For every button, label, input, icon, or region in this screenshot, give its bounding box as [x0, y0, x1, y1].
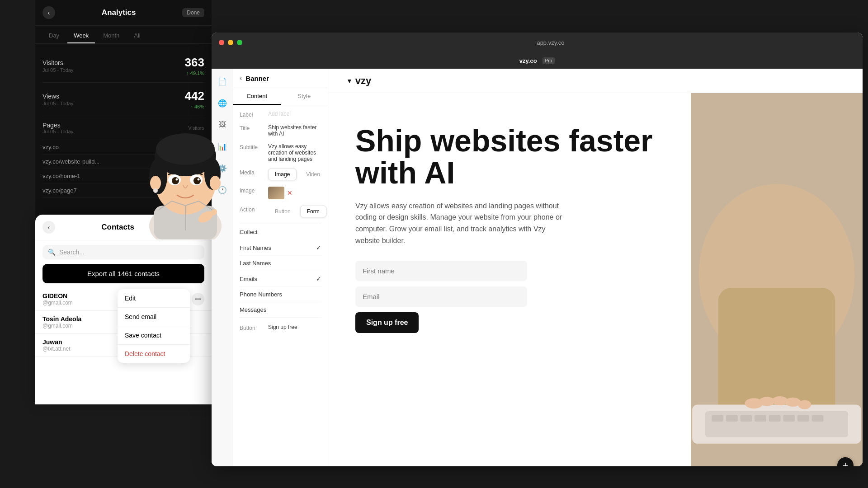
maximize-dot[interactable] [237, 40, 242, 45]
browser-url-bar[interactable]: app.vzy.co [246, 39, 855, 46]
pages-label: Pages [42, 122, 73, 129]
collect-messages[interactable]: Messages [240, 302, 321, 318]
tab-all[interactable]: All [127, 29, 146, 43]
panel-header: ‹ Banner [233, 69, 328, 88]
video-button[interactable]: Video [299, 169, 326, 180]
contacts-search[interactable]: 🔍 Search... [42, 245, 204, 259]
svg-rect-27 [755, 415, 766, 422]
hero-email-input[interactable] [355, 286, 527, 307]
collect-first-names-check[interactable]: ✓ [316, 244, 321, 251]
label-field-row: Label Add label [240, 111, 321, 118]
page-icon-button[interactable]: 📄 [215, 74, 230, 89]
context-menu-save-contact[interactable]: Save contact [118, 326, 190, 345]
browser-window: app.vzy.co vzy.co Pro 📄 🌐 🖼 📊 ⚙️ 🕐 ‹ Ban… [212, 33, 863, 466]
svg-point-13 [172, 177, 179, 184]
tab-style[interactable]: Style [281, 88, 328, 105]
panel-back-button[interactable]: ‹ [240, 74, 242, 82]
contact-name-3: Juwan [42, 338, 71, 346]
collect-phone-numbers[interactable]: Phone Numbers [240, 287, 321, 302]
subtitle-field-value[interactable]: Vzy allows easy creation of websites and… [268, 143, 321, 162]
tab-month[interactable]: Month [97, 29, 126, 43]
hero-subtitle: Vzy allows easy creation of websites and… [355, 200, 563, 246]
button-field-label: Button [240, 324, 264, 331]
tab-day[interactable]: Day [42, 29, 66, 43]
collect-emails-label: Emails [240, 276, 257, 282]
contact-email-3: @txt.att.net [42, 346, 71, 352]
svg-rect-24 [712, 415, 723, 422]
collect-label: Collect [240, 229, 321, 235]
collect-last-names[interactable]: Last Names [240, 256, 321, 271]
collect-first-names[interactable]: First Names ✓ [240, 240, 321, 256]
hero-first-name-input[interactable] [355, 261, 527, 281]
search-icon: 🔍 [48, 249, 56, 256]
pages-date: Jul 05 - Today [42, 129, 73, 134]
browser-inner: 📄 🌐 🖼 📊 ⚙️ 🕐 ‹ Banner Content Style Labe… [212, 69, 863, 466]
title-field-label: Title [240, 124, 264, 131]
context-menu-delete-contact[interactable]: Delete contact [118, 345, 190, 363]
analytics-done-badge[interactable]: Done [182, 8, 204, 17]
contact-name-1: GIDEON [42, 292, 73, 300]
contacts-back-button[interactable]: ‹ [42, 221, 55, 234]
image-thumbnail[interactable] [268, 187, 284, 199]
analytics-title: Analytics [102, 8, 136, 17]
contact-menu-button-1[interactable]: ··· [192, 293, 204, 305]
title-field-value[interactable]: Ship websites faster with AI [268, 124, 321, 137]
contact-context-menu: Edit Send email Save contact Delete cont… [118, 289, 190, 363]
image-preview: ✕ [268, 187, 292, 199]
button-action-btn[interactable]: Button [268, 206, 297, 217]
views-value: 442 [185, 89, 204, 103]
svg-rect-29 [783, 415, 795, 422]
svg-point-34 [772, 396, 788, 405]
media-buttons: Image Video [268, 169, 327, 180]
svg-point-15 [176, 178, 178, 181]
hero-content: Ship websites faster with AI Vzy allows … [328, 93, 691, 466]
context-menu-send-email[interactable]: Send email [118, 308, 190, 326]
collect-section: Collect First Names ✓ Last Names Emails … [240, 224, 321, 318]
logo-text: vzy [355, 75, 371, 87]
context-menu-edit[interactable]: Edit [118, 289, 190, 308]
analytics-header: ‹ Analytics Done [35, 0, 212, 26]
collect-emails[interactable]: Emails ✓ [240, 271, 321, 287]
subtitle-field-row: Subtitle Vzy allows easy creation of web… [240, 143, 321, 162]
action-field-row: Action Button Form [240, 206, 321, 217]
label-placeholder[interactable]: Add label [268, 111, 291, 117]
memoji-avatar [140, 122, 231, 239]
website-nav: ▼ vzy [328, 69, 863, 93]
tab-week[interactable]: Week [67, 29, 95, 43]
form-action-btn[interactable]: Form [300, 206, 326, 217]
svg-point-16 [198, 178, 200, 181]
image-button[interactable]: Image [268, 169, 297, 180]
button-field-value[interactable]: Sign up free [268, 324, 321, 330]
contact-name-2: Tosin Adeola [42, 315, 81, 323]
title-field-row: Title Ship websites faster with AI [240, 124, 321, 137]
contact-email-1: @gmail.com [42, 300, 73, 306]
media-field-label: Media [240, 169, 264, 176]
action-field-label: Action [240, 206, 264, 213]
preview-area: ▼ vzy Ship websites faster with AI Vzy a… [328, 69, 863, 466]
minimize-dot[interactable] [228, 40, 233, 45]
svg-rect-25 [726, 415, 738, 422]
website-preview: ▼ vzy Ship websites faster with AI Vzy a… [328, 69, 863, 466]
svg-point-14 [193, 177, 201, 184]
image-remove-button[interactable]: ✕ [287, 189, 292, 197]
views-change: ↑ 46% [185, 104, 204, 109]
vzy-site-name: vzy.co [519, 57, 537, 64]
close-dot[interactable] [219, 40, 224, 45]
contacts-title: Contacts [101, 223, 134, 232]
avatar [140, 122, 231, 239]
hero-signup-button[interactable]: Sign up free [355, 312, 419, 333]
hero-title: Ship websites faster with AI [355, 125, 664, 189]
export-contacts-button[interactable]: Export all 1461 contacts [42, 264, 204, 283]
collect-emails-check[interactable]: ✓ [316, 275, 321, 282]
visitors-stat: Visitors Jul 05 - Today 363 ↑ 49.1% [42, 49, 204, 83]
panel-tabs: Content Style [233, 88, 328, 105]
collect-messages-label: Messages [240, 306, 266, 313]
editor-panel: ‹ Banner Content Style Label Add label T… [233, 69, 328, 466]
panel-title: Banner [245, 75, 269, 82]
tab-content[interactable]: Content [233, 88, 281, 105]
visitors-value: 363 [185, 56, 204, 70]
svg-point-10 [153, 188, 158, 193]
analytics-back-button[interactable]: ‹ [42, 6, 55, 19]
svg-point-8 [150, 176, 161, 190]
globe-icon-button[interactable]: 🌐 [215, 96, 230, 110]
